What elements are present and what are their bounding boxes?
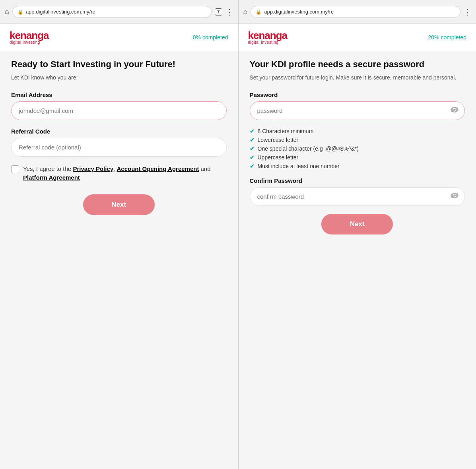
page-subtitle-left: Let KDI know who you are. <box>11 74 227 82</box>
logo-sub-left: digital investing <box>10 41 49 45</box>
more-menu-left[interactable]: ⋮ <box>225 7 233 17</box>
browser-bar-right: ⌂ 🔒 app.digitalinvesting.com.my/re ⋮ <box>239 0 476 24</box>
referral-input-wrapper <box>11 138 227 157</box>
privacy-policy-link[interactable]: Privacy Policy <box>73 165 113 172</box>
next-button-left[interactable]: Next <box>83 194 155 215</box>
req-item-3: ✔ Uppercase letter <box>250 154 465 161</box>
app-header-left: kenanga digital investing 0% completed <box>0 24 238 51</box>
confirm-password-label: Confirm Password <box>250 177 465 184</box>
check-icon-0: ✔ <box>250 128 255 134</box>
app-header-right: kenanga digital investing 20% completed <box>239 24 476 51</box>
agreement-text: Yes, I agree to the Privacy Policy, Acco… <box>23 165 227 182</box>
referral-input[interactable] <box>11 138 227 157</box>
url-bar-left[interactable]: 🔒 app.digitalinvesting.com.my/re <box>12 6 212 17</box>
confirm-password-input[interactable] <box>250 187 465 206</box>
agreement-checkbox[interactable] <box>11 165 19 173</box>
email-label: Email Address <box>11 91 227 98</box>
logo-left: kenanga digital investing <box>10 30 49 45</box>
page-title-left: Ready to Start Investing in your Future! <box>11 59 227 70</box>
account-opening-link[interactable]: Account Opening Agreement <box>117 165 199 172</box>
agreement-row: Yes, I agree to the Privacy Policy, Acco… <box>11 165 227 182</box>
lock-icon-left: 🔒 <box>17 9 23 15</box>
password-label: Password <box>250 91 465 98</box>
req-text-2: One special character (e.g !@@#$%^&*) <box>258 145 359 152</box>
logo-main-right: kenanga <box>248 30 288 41</box>
req-item-2: ✔ One special character (e.g !@@#$%^&*) <box>250 145 465 152</box>
req-text-4: Must include at least one number <box>258 163 340 169</box>
form-left: Ready to Start Investing in your Future!… <box>10 59 228 215</box>
email-input[interactable] <box>11 101 227 120</box>
check-icon-2: ✔ <box>250 145 255 152</box>
url-bar-right[interactable]: 🔒 app.digitalinvesting.com.my/re <box>251 6 460 17</box>
req-text-1: Lowercase letter <box>258 137 299 143</box>
req-item-1: ✔ Lowercase letter <box>250 137 465 143</box>
requirements-list: ✔ 8 Characters minimum ✔ Lowercase lette… <box>250 128 465 169</box>
req-text-0: 8 Characters minimum <box>258 128 314 134</box>
form-right: Your KDI profile needs a secure password… <box>248 59 467 234</box>
app-content-left: kenanga digital investing 0% completed R… <box>0 24 238 469</box>
page-title-right: Your KDI profile needs a secure password <box>250 59 465 70</box>
next-button-right[interactable]: Next <box>321 214 393 234</box>
confirm-input-wrapper <box>250 187 465 206</box>
browser-bar-left: ⌂ 🔒 app.digitalinvesting.com.my/re 7 ⋮ <box>0 0 238 24</box>
password-input[interactable] <box>250 101 465 120</box>
check-icon-3: ✔ <box>250 154 255 161</box>
page-subtitle-right: Set your password for future login. Make… <box>250 74 465 82</box>
logo-main-left: kenanga <box>10 30 49 41</box>
confirm-eye-icon[interactable] <box>451 193 459 200</box>
platform-agreement-link[interactable]: Platform Agreement <box>23 174 80 181</box>
password-input-wrapper <box>250 101 465 120</box>
url-text-left: app.digitalinvesting.com.my/re <box>26 9 95 15</box>
email-input-wrapper <box>11 101 227 120</box>
req-item-0: ✔ 8 Characters minimum <box>250 128 465 134</box>
referral-label: Referral Code <box>11 128 227 135</box>
more-menu-right[interactable]: ⋮ <box>464 7 471 17</box>
app-content-right: kenanga digital investing 20% completed … <box>239 24 476 469</box>
progress-left: 0% completed <box>193 34 228 41</box>
progress-right: 20% completed <box>428 34 466 41</box>
logo-sub-right: digital investing <box>248 41 288 45</box>
check-icon-1: ✔ <box>250 137 255 143</box>
tab-badge-left[interactable]: 7 <box>215 8 222 16</box>
req-item-4: ✔ Must include at least one number <box>250 163 465 169</box>
password-eye-icon[interactable] <box>451 107 459 114</box>
home-icon-left[interactable]: ⌂ <box>5 8 9 16</box>
url-text-right: app.digitalinvesting.com.my/re <box>264 9 334 15</box>
check-icon-4: ✔ <box>250 163 255 169</box>
lock-icon-right: 🔒 <box>256 9 262 15</box>
logo-right: kenanga digital investing <box>248 30 288 45</box>
home-icon-right[interactable]: ⌂ <box>243 8 248 16</box>
req-text-3: Uppercase letter <box>258 154 299 161</box>
